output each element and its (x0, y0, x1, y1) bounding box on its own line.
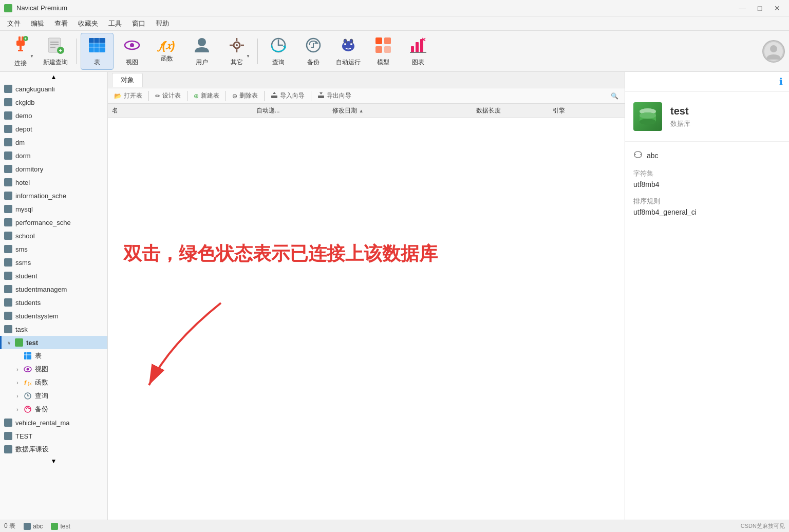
expand-arrow-test: ∨ (6, 340, 12, 346)
svg-rect-36 (375, 37, 382, 44)
sidebar-label-ckgldb: ckgldb (15, 99, 35, 106)
right-panel-db-info: test 数据库 (625, 92, 789, 142)
sidebar-item-school[interactable]: school (0, 229, 107, 242)
svg-text:+: + (25, 37, 27, 41)
sidebar-item-dm[interactable]: dm (0, 136, 107, 149)
import-icon (271, 91, 278, 100)
db-icon-dm (4, 138, 12, 146)
export-label: 导出向导 (327, 91, 351, 100)
scroll-down-button[interactable]: ▼ (0, 456, 107, 466)
delete-table-button[interactable]: ⊖ 删除表 (228, 90, 262, 102)
sidebar-item-test-table[interactable]: 表 (0, 349, 107, 363)
menu-edit[interactable]: 编辑 (26, 17, 49, 30)
design-table-button[interactable]: ✏ 设计表 (151, 90, 185, 102)
connection-info-row: abc (633, 150, 781, 161)
model-button[interactable]: 模型 (367, 33, 400, 70)
collation-label: 排序规则 (633, 197, 781, 206)
chart-button[interactable]: 图表 (402, 33, 435, 70)
sidebar-item-test[interactable]: ∨ test (0, 336, 107, 349)
sidebar-item-test-query[interactable]: › 查询 (0, 389, 107, 403)
menu-favorites[interactable]: 收藏夹 (73, 17, 103, 30)
other-button[interactable]: 其它 ▼ (220, 33, 253, 70)
sidebar-item-ckgldb[interactable]: ckgldb (0, 96, 107, 109)
maximize-button[interactable]: □ (752, 3, 767, 14)
table-sub-icon (24, 352, 32, 360)
col-date-label: 修改日期 (332, 106, 357, 115)
sidebar-item-students[interactable]: students (0, 296, 107, 309)
schedule-icon (339, 36, 358, 56)
func-button[interactable]: 𝑓(𝑥) 函数 (151, 33, 183, 70)
sidebar-item-information-sche[interactable]: information_sche (0, 189, 107, 202)
connection-icon (633, 150, 643, 161)
app-title: Navicat Premium (16, 4, 67, 12)
connect-button[interactable]: + 连接 ▼ (4, 33, 37, 70)
user-button[interactable]: 用户 (185, 33, 218, 70)
query-button[interactable]: 查询 (262, 33, 295, 70)
close-button[interactable]: ✕ (769, 3, 785, 14)
new-query-button[interactable]: + 新建查询 (39, 33, 72, 70)
sidebar-item-studentmanagem[interactable]: studentmanagem (0, 282, 107, 296)
svg-point-65 (640, 112, 656, 119)
sidebar-item-cangkuguanli[interactable]: cangkuguanli (0, 82, 107, 96)
view-button[interactable]: 视图 (116, 33, 148, 70)
menu-bar: 文件 编辑 查看 收藏夹 工具 窗口 帮助 (0, 16, 789, 31)
tab-object[interactable]: 对象 (112, 73, 143, 87)
sidebar-item-mysql[interactable]: mysql (0, 202, 107, 216)
sidebar-item-test-view[interactable]: › 视图 (0, 363, 107, 376)
sidebar-item-dorm[interactable]: dorm (0, 149, 107, 162)
sidebar-item-task[interactable]: task (0, 322, 107, 336)
delete-table-icon: ⊖ (232, 92, 237, 100)
open-table-button[interactable]: 📂 打开表 (110, 90, 146, 102)
sidebar-label-studentmanagem: studentmanagem (15, 286, 67, 293)
expand-arrow-func: › (14, 380, 21, 386)
menu-view[interactable]: 查看 (49, 17, 73, 30)
col-header-length: 数据长度 (472, 106, 548, 115)
sidebar-label-hotel: hotel (15, 179, 30, 186)
action-bar: 📂 打开表 ✏ 设计表 ⊕ 新建表 ⊖ 删除表 (108, 88, 625, 104)
sidebar-item-student[interactable]: student (0, 269, 107, 282)
content-area: 对象 📂 打开表 ✏ 设计表 ⊕ 新建表 ⊖ 删除表 (108, 72, 625, 520)
svg-marker-56 (273, 92, 276, 94)
sidebar-item-test-func[interactable]: › f (x) 函数 (0, 376, 107, 389)
table-button[interactable]: 表 (81, 33, 114, 70)
menu-help[interactable]: 帮助 (151, 17, 174, 30)
sidebar-item-test-backup[interactable]: › 备份 (0, 403, 107, 416)
sidebar-item-depot[interactable]: depot (0, 122, 107, 136)
svg-rect-46 (24, 352, 31, 359)
db-icon-task (4, 325, 12, 333)
sidebar-label-students: students (15, 299, 41, 307)
menu-window[interactable]: 窗口 (127, 17, 151, 30)
menu-tools[interactable]: 工具 (103, 17, 127, 30)
svg-point-62 (640, 119, 656, 125)
scroll-up-button[interactable]: ▲ (0, 72, 107, 82)
sidebar-item-TEST-root[interactable]: TEST (0, 429, 107, 443)
sidebar-item-hotel[interactable]: hotel (0, 176, 107, 189)
svg-rect-3 (20, 46, 22, 50)
sidebar-item-dormitory[interactable]: dormitory (0, 162, 107, 176)
sidebar-item-sms[interactable]: sms (0, 242, 107, 256)
new-query-icon: + (46, 36, 65, 56)
backup-button[interactable]: 备份 (297, 33, 330, 70)
new-query-label: 新建查询 (43, 58, 68, 67)
sidebar-item-ssms[interactable]: ssms (0, 256, 107, 269)
title-bar-controls: — □ ✕ (735, 3, 785, 14)
schedule-button[interactable]: 自动运行 (332, 33, 365, 70)
export-button[interactable]: 导出向导 (313, 90, 355, 102)
info-icon[interactable]: ℹ (779, 76, 783, 87)
db-icon-test (15, 338, 23, 347)
import-label: 导入向导 (280, 91, 305, 100)
sidebar-item-performance[interactable]: performance_sche (0, 216, 107, 229)
sidebar-label-student: student (15, 272, 37, 280)
user-avatar[interactable] (762, 40, 785, 63)
menu-file[interactable]: 文件 (2, 17, 26, 30)
sidebar-item-db-course[interactable]: 数据库课设 (0, 443, 107, 456)
red-arrow (139, 293, 241, 397)
sidebar-item-studentsystem[interactable]: studentsystem (0, 309, 107, 322)
sidebar-item-demo[interactable]: demo (0, 109, 107, 122)
search-button[interactable]: 🔍 (607, 91, 623, 101)
minimize-button[interactable]: — (735, 3, 750, 14)
status-abc-label: abc (33, 523, 43, 530)
import-button[interactable]: 导入向导 (267, 90, 309, 102)
sidebar-item-vehicle[interactable]: vehicle_rental_ma (0, 416, 107, 429)
new-table-button[interactable]: ⊕ 新建表 (190, 90, 223, 102)
